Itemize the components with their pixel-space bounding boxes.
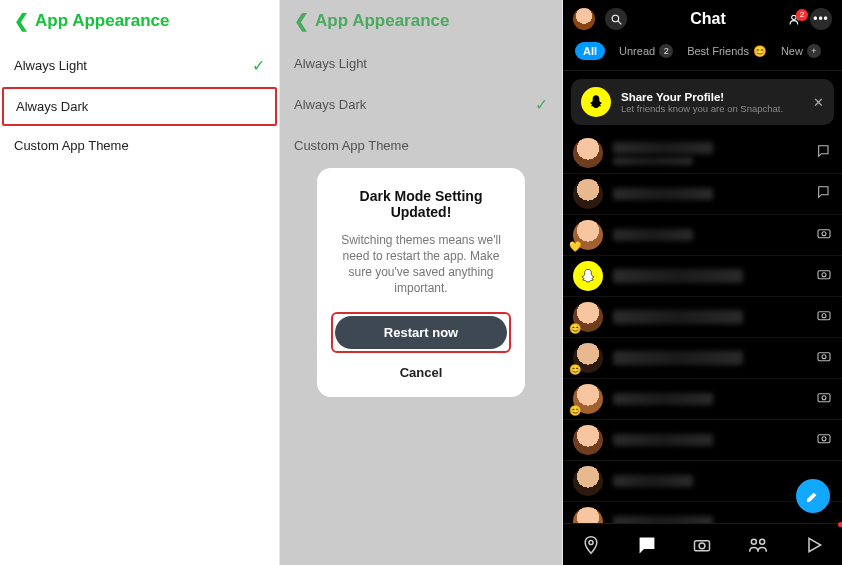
heart-emoji-icon: 💛 xyxy=(569,241,581,252)
nav-map[interactable] xyxy=(581,535,601,555)
snapchat-ghost-avatar[interactable] xyxy=(573,261,603,291)
reply-icon[interactable] xyxy=(816,143,832,163)
close-icon[interactable]: ✕ xyxy=(813,95,824,110)
chat-filter-tabs: All Unread 2 Best Friends 😊 New + xyxy=(563,36,842,71)
check-icon: ✓ xyxy=(252,56,265,75)
chat-row[interactable] xyxy=(563,256,842,297)
chat-list[interactable]: 💛 😊 😊 😊 xyxy=(563,133,842,523)
chat-row[interactable] xyxy=(563,420,842,461)
avatar[interactable]: 💛 xyxy=(573,220,603,250)
unread-count-badge: 2 xyxy=(659,44,673,58)
smile-emoji-icon: 😊 xyxy=(569,364,581,375)
option-label: Always Dark xyxy=(16,99,88,114)
app-appearance-panel-2: ❮ App Appearance Always Light Always Dar… xyxy=(280,0,563,565)
bottom-nav xyxy=(563,523,842,565)
settings-header: ❮ App Appearance xyxy=(0,0,279,44)
svg-rect-7 xyxy=(818,271,830,279)
cancel-button[interactable]: Cancel xyxy=(400,365,443,380)
more-icon: ••• xyxy=(813,12,829,26)
app-appearance-panel-1: ❮ App Appearance Always Light ✓ Always D… xyxy=(0,0,280,565)
restart-button[interactable]: Restart now xyxy=(335,316,507,349)
avatar[interactable]: 😊 xyxy=(573,302,603,332)
option-always-light[interactable]: Always Light ✓ xyxy=(0,44,279,87)
best-friends-emoji-icon: 😊 xyxy=(753,45,767,58)
back-chevron-icon[interactable]: ❮ xyxy=(14,10,29,32)
avatar[interactable] xyxy=(573,507,603,523)
search-icon xyxy=(610,13,623,26)
avatar[interactable]: 😊 xyxy=(573,384,603,414)
camera-icon[interactable] xyxy=(816,307,832,327)
tab-best-friends[interactable]: Best Friends 😊 xyxy=(687,45,767,58)
restart-highlight: Restart now xyxy=(331,312,511,353)
option-custom-theme[interactable]: Custom App Theme xyxy=(0,126,279,165)
camera-icon[interactable] xyxy=(816,225,832,245)
share-profile-card[interactable]: Share Your Profile! Let friends know you… xyxy=(571,79,834,125)
svg-rect-13 xyxy=(818,394,830,402)
svg-rect-9 xyxy=(818,312,830,320)
option-label: Always Light xyxy=(14,58,87,73)
profile-avatar[interactable] xyxy=(573,8,595,30)
chat-screen: Chat 2 ••• All Unread 2 Best Friends 😊 N… xyxy=(563,0,842,565)
svg-point-16 xyxy=(822,437,826,441)
share-title: Share Your Profile! xyxy=(621,91,783,103)
svg-point-14 xyxy=(822,396,826,400)
chat-row[interactable]: 💛 xyxy=(563,215,842,256)
avatar[interactable] xyxy=(573,425,603,455)
add-friend-button[interactable]: 2 xyxy=(789,13,802,26)
share-subtitle: Let friends know you are on Snapchat. xyxy=(621,103,783,114)
modal-title: Dark Mode Setting Updated! xyxy=(331,188,511,220)
chat-row[interactable]: 😊 xyxy=(563,379,842,420)
avatar[interactable] xyxy=(573,138,603,168)
plus-icon: + xyxy=(807,44,821,58)
svg-point-19 xyxy=(700,542,706,548)
svg-point-17 xyxy=(589,540,593,544)
avatar[interactable] xyxy=(573,466,603,496)
nav-stories[interactable] xyxy=(748,535,768,555)
smile-emoji-icon: 😊 xyxy=(569,323,581,334)
chat-row[interactable] xyxy=(563,174,842,215)
chat-header: Chat 2 ••• xyxy=(563,0,842,36)
svg-rect-11 xyxy=(818,353,830,361)
svg-point-21 xyxy=(760,539,765,544)
share-text: Share Your Profile! Let friends know you… xyxy=(621,91,783,114)
option-label: Custom App Theme xyxy=(14,138,129,153)
chat-row[interactable]: 😊 xyxy=(563,338,842,379)
svg-point-8 xyxy=(822,273,826,277)
new-chat-fab[interactable] xyxy=(796,479,830,513)
option-always-dark[interactable]: Always Dark xyxy=(2,87,277,126)
restart-modal: Dark Mode Setting Updated! Switching the… xyxy=(317,168,525,398)
chat-row[interactable] xyxy=(563,133,842,174)
search-button[interactable] xyxy=(605,8,627,30)
tab-new[interactable]: New + xyxy=(781,44,821,58)
nav-camera[interactable] xyxy=(692,535,712,555)
camera-icon[interactable] xyxy=(816,430,832,450)
chat-title: Chat xyxy=(690,10,726,28)
modal-body: Switching themes means we'll need to res… xyxy=(331,232,511,297)
camera-icon[interactable] xyxy=(816,266,832,286)
compose-icon xyxy=(805,488,821,504)
nav-spotlight[interactable] xyxy=(804,535,824,555)
chat-row[interactable]: 😊 xyxy=(563,297,842,338)
svg-point-10 xyxy=(822,314,826,318)
svg-rect-5 xyxy=(818,230,830,238)
svg-point-20 xyxy=(752,539,757,544)
avatar[interactable]: 😊 xyxy=(573,343,603,373)
modal-overlay: Dark Mode Setting Updated! Switching the… xyxy=(280,0,562,565)
svg-point-6 xyxy=(822,232,826,236)
snapchat-ghost-icon xyxy=(581,87,611,117)
reply-icon[interactable] xyxy=(816,184,832,204)
tab-all[interactable]: All xyxy=(575,42,605,60)
notification-dot-icon xyxy=(838,522,842,527)
svg-point-12 xyxy=(822,355,826,359)
smile-emoji-icon: 😊 xyxy=(569,405,581,416)
nav-chat[interactable] xyxy=(637,535,657,555)
camera-icon[interactable] xyxy=(816,389,832,409)
friend-request-badge: 2 xyxy=(796,9,808,21)
camera-icon[interactable] xyxy=(816,348,832,368)
svg-line-1 xyxy=(618,21,621,24)
svg-rect-15 xyxy=(818,435,830,443)
tab-unread[interactable]: Unread 2 xyxy=(619,44,673,58)
more-button[interactable]: ••• xyxy=(810,8,832,30)
page-title: App Appearance xyxy=(35,11,169,31)
avatar[interactable] xyxy=(573,179,603,209)
